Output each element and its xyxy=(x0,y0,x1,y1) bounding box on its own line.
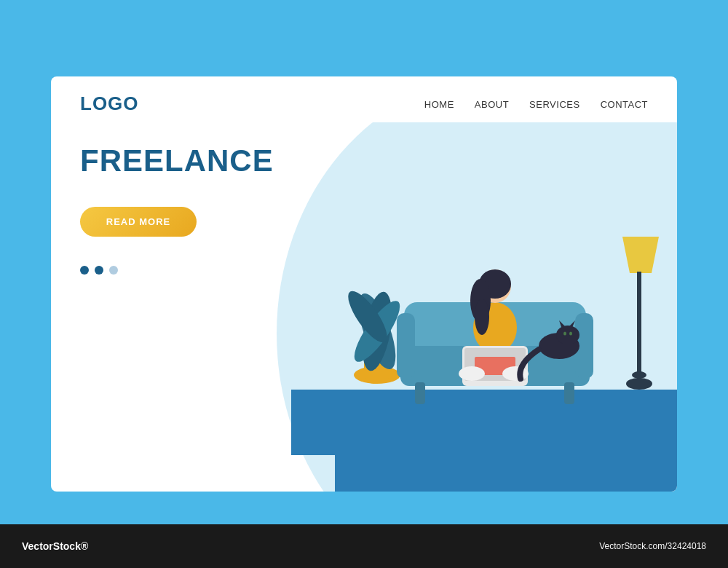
svg-point-32 xyxy=(632,371,646,379)
nav-item-services[interactable]: SERVICES xyxy=(529,98,580,111)
dot-2[interactable] xyxy=(95,266,103,275)
nav-link-services[interactable]: SERVICES xyxy=(529,99,580,110)
dot-3[interactable] xyxy=(109,266,118,275)
nav-link-contact[interactable]: CONTACT xyxy=(601,99,648,110)
nav-item-contact[interactable]: CONTACT xyxy=(601,98,648,111)
bottom-strip xyxy=(335,455,677,492)
svg-point-22 xyxy=(502,366,529,381)
pagination-dots xyxy=(80,266,306,275)
main-content: FREELANCE READ MORE xyxy=(51,122,677,492)
nav-item-home[interactable]: HOME xyxy=(424,98,454,111)
svg-point-17 xyxy=(475,299,489,335)
svg-point-28 xyxy=(569,332,572,336)
outer-background: LOGO HOME ABOUT SERVICES CONTACT FR xyxy=(0,0,728,568)
svg-rect-0 xyxy=(291,390,677,455)
svg-point-21 xyxy=(459,366,485,381)
svg-rect-9 xyxy=(397,313,415,379)
svg-point-31 xyxy=(626,378,652,390)
left-panel: FREELANCE READ MORE xyxy=(51,122,335,492)
hero-title: FREELANCE xyxy=(80,144,306,178)
nav-links: HOME ABOUT SERVICES CONTACT xyxy=(424,98,648,111)
nav-link-about[interactable]: ABOUT xyxy=(475,99,509,110)
svg-rect-12 xyxy=(564,382,574,404)
watermark-url: VectorStock.com/32424018 xyxy=(599,541,706,551)
read-more-button[interactable]: READ MORE xyxy=(80,207,197,237)
svg-marker-29 xyxy=(622,237,659,273)
dot-1[interactable] xyxy=(80,266,89,275)
illustration-scene xyxy=(291,122,677,455)
svg-point-27 xyxy=(563,332,566,336)
logo: LOGO xyxy=(80,92,139,115)
watermark-brand: VectorStock® xyxy=(22,540,88,552)
main-card: LOGO HOME ABOUT SERVICES CONTACT FR xyxy=(51,76,677,492)
navbar: LOGO HOME ABOUT SERVICES CONTACT xyxy=(51,76,677,122)
nav-link-home[interactable]: HOME xyxy=(424,99,454,110)
right-panel xyxy=(335,122,677,492)
svg-point-24 xyxy=(556,326,579,344)
watermark-bar: VectorStock® VectorStock.com/32424018 xyxy=(0,524,728,568)
svg-rect-11 xyxy=(415,382,425,404)
svg-rect-30 xyxy=(637,272,641,381)
nav-item-about[interactable]: ABOUT xyxy=(475,98,509,111)
